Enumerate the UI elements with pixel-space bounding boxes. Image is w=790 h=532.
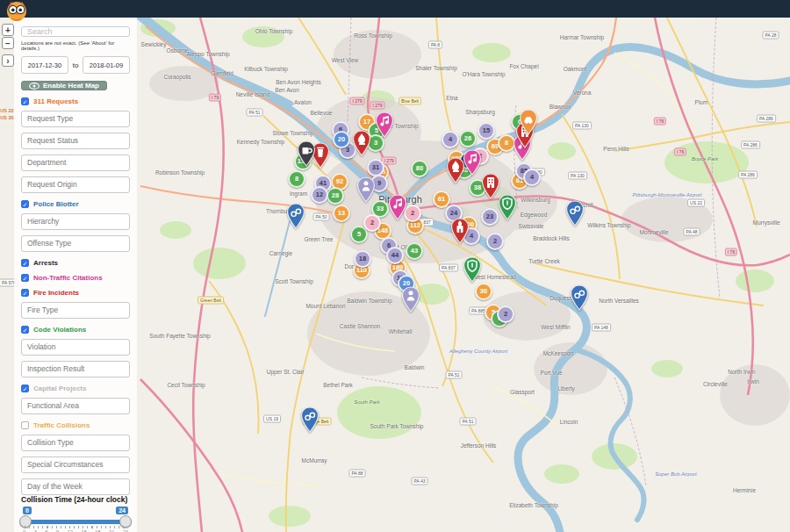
filter-select-offense-type[interactable]: Offense Type [21, 235, 130, 252]
sidebar-toggle-button[interactable]: › [2, 54, 14, 67]
citation-pin[interactable] [463, 149, 482, 176]
fire-pin[interactable] [352, 130, 371, 156]
cluster-marker[interactable]: 26 [459, 130, 477, 147]
filter-select-request-type[interactable]: Request Type [21, 111, 130, 127]
date-from-input[interactable] [21, 56, 68, 74]
cluster-marker[interactable]: 23 [481, 208, 499, 226]
checkbox-checked-icon[interactable]: ✓ [21, 385, 29, 392]
checkbox-checked-icon[interactable]: ✓ [21, 259, 29, 267]
citation-pin[interactable] [388, 194, 407, 220]
police-pin[interactable] [565, 200, 585, 226]
route-shield: PA 51 [446, 371, 463, 379]
filter-checkbox-capital-projects[interactable]: ✓Capital Projects [21, 385, 130, 392]
filter-select-inspection-result[interactable]: Inspection Result [21, 361, 130, 377]
cluster-marker[interactable]: 12 [311, 186, 328, 204]
cluster-marker[interactable]: 4 [442, 131, 459, 148]
capital-pin[interactable] [356, 176, 376, 203]
map-label: Port Vue [540, 370, 562, 376]
cluster-marker[interactable]: 44 [386, 247, 404, 264]
map-label: Penn Hills [603, 146, 628, 152]
filter-checkbox-non-traffic-citations[interactable]: ✓Non-Traffic Citations [21, 274, 130, 282]
filter-checkbox-arrests[interactable]: ✓Arrests [21, 259, 130, 267]
police-pin[interactable] [300, 406, 320, 433]
citation-pin[interactable] [375, 111, 394, 138]
shield-pin[interactable] [498, 194, 517, 220]
checkbox-unchecked-icon[interactable] [21, 421, 29, 429]
filter-select-department[interactable]: Department [21, 155, 130, 171]
eye-icon [29, 83, 40, 90]
cluster-marker[interactable]: 43 [406, 242, 423, 260]
map-label: Circleville [703, 381, 728, 387]
filter-select-special-circumstances[interactable]: Special Circumstances [21, 457, 130, 473]
date-to-input[interactable] [83, 56, 130, 74]
filter-select-request-origin[interactable]: Request Origin [21, 176, 130, 193]
map-label: Ingram [290, 191, 307, 197]
search-input[interactable] [21, 26, 130, 37]
police-pin[interactable] [570, 284, 589, 311]
slider-max-badge[interactable]: 24 [116, 507, 128, 514]
cluster-marker[interactable]: 30 [475, 283, 492, 300]
filter-select-request-status[interactable]: Request Status [21, 133, 130, 149]
fire-pin[interactable] [446, 157, 465, 183]
map-label: Oakmont [564, 66, 586, 72]
filter-select-functional-area[interactable]: Functional Area [21, 398, 130, 414]
car-pin[interactable] [519, 109, 538, 135]
cluster-marker[interactable]: 13 [333, 205, 350, 222]
filter-select-violation[interactable]: Violation [21, 339, 130, 356]
map-label: Stowe Township [273, 130, 314, 136]
slider-track[interactable] [23, 520, 128, 524]
collision-time-slider[interactable]: 0 24 03691215182124 [21, 507, 130, 532]
map-label: Baldwin [405, 364, 425, 370]
checkbox-checked-icon[interactable]: ✓ [21, 326, 29, 334]
cluster-marker[interactable]: 15 [478, 122, 495, 140]
owl-logo[interactable] [5, 0, 28, 23]
checkbox-checked-icon[interactable]: ✓ [21, 289, 29, 297]
checkbox-checked-icon[interactable]: ✓ [21, 200, 29, 208]
firebldg-pin[interactable] [450, 218, 470, 244]
cluster-marker[interactable]: 4 [523, 169, 541, 186]
filter-select-day-of-the-week[interactable]: Day of the Week [21, 478, 130, 495]
map-label: Monroeville [639, 229, 668, 235]
police-pin[interactable] [286, 203, 305, 229]
cluster-marker[interactable]: 80 [411, 160, 428, 177]
zoom-in-button[interactable]: + [2, 24, 14, 36]
filter-checkbox--requests[interactable]: ✓311 Requests [21, 97, 130, 105]
enable-heatmap-button[interactable]: Enable Heat Map [21, 81, 107, 90]
route-shield: PA 837 [439, 264, 458, 272]
map-label: Murrysville [752, 219, 779, 226]
cluster-marker[interactable]: 2 [486, 233, 504, 250]
checkbox-checked-icon[interactable]: ✓ [21, 274, 29, 282]
shield-pin[interactable] [463, 256, 482, 283]
map-label: Carnegie [269, 250, 292, 256]
filter-select-hierarchy[interactable]: Hierarchy [21, 213, 130, 230]
cluster-marker[interactable]: 31 [367, 159, 384, 176]
capital-pin[interactable] [401, 286, 420, 313]
cluster-marker[interactable]: 8 [288, 170, 305, 188]
slider-min-badge[interactable]: 0 [23, 507, 32, 514]
filter-label: Non-Traffic Citations [33, 274, 103, 282]
map-label: Aleppo Township [186, 51, 229, 57]
filter-select-collision-type[interactable]: Collision Type [21, 435, 130, 451]
route-shield: US 22 [687, 199, 705, 207]
cluster-marker[interactable]: 20 [333, 131, 350, 148]
map-label: Turtle Creek [528, 258, 560, 264]
cluster-marker[interactable]: 2 [497, 306, 514, 323]
filter-checkbox-code-violations[interactable]: ✓Code Violations [21, 326, 130, 334]
zoom-out-button[interactable]: − [2, 37, 14, 49]
map-label: Jefferson Hills [461, 442, 497, 449]
checkbox-checked-icon[interactable]: ✓ [21, 97, 29, 105]
filter-checkbox-police-blotter[interactable]: ✓Police Blotter [21, 200, 130, 208]
cluster-marker[interactable]: 2 [363, 214, 381, 232]
map-label: South Park [354, 399, 380, 405]
arrest-pin[interactable] [297, 140, 316, 167]
route-shield: PA 51 [460, 418, 477, 426]
map-label: Super Bob Airport [655, 471, 696, 477]
map-label: Neville Island [236, 91, 270, 97]
filter-select-fire-type[interactable]: Fire Type [21, 302, 130, 319]
map-label: Mount Lebanon [305, 303, 345, 309]
date-range: to [21, 56, 130, 74]
building-icon [487, 177, 494, 188]
filter-checkbox-traffic-collisions[interactable]: Traffic Collisions [21, 421, 130, 429]
filter-checkbox-fire-incidents[interactable]: ✓Fire Incidents [21, 289, 130, 297]
cluster-marker[interactable]: 18 [354, 250, 371, 268]
